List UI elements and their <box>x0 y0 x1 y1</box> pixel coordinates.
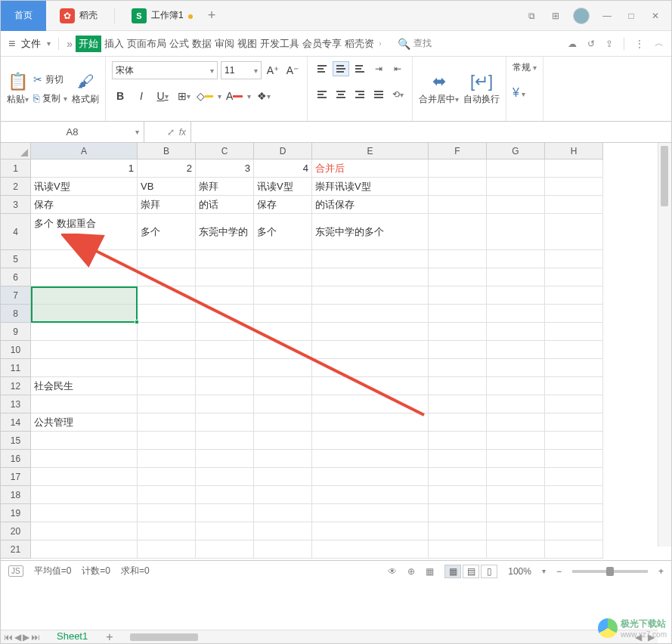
collapse-ribbon-icon[interactable]: ︿ <box>655 37 664 50</box>
cell[interactable] <box>429 341 487 359</box>
cell[interactable] <box>312 413 429 432</box>
copy-button[interactable]: ⎘复制▾ <box>33 92 67 105</box>
cell[interactable] <box>429 178 487 196</box>
cell[interactable] <box>196 540 254 559</box>
cell[interactable] <box>545 268 603 286</box>
row-header[interactable]: 14 <box>1 413 31 432</box>
cell[interactable] <box>429 286 487 305</box>
cell[interactable] <box>31 286 138 305</box>
cell[interactable] <box>429 395 487 413</box>
cell[interactable] <box>254 468 312 486</box>
cell[interactable] <box>312 395 429 413</box>
menu-tab-data[interactable]: 数据 <box>192 37 212 51</box>
font-size-select[interactable]: 11▾ <box>221 61 262 79</box>
earth-icon[interactable]: ⊕ <box>407 566 415 577</box>
cell[interactable] <box>254 504 312 522</box>
cell[interactable] <box>429 522 487 540</box>
cell[interactable] <box>312 323 429 341</box>
cell[interactable] <box>545 341 603 359</box>
cell[interactable] <box>196 359 254 377</box>
cell[interactable] <box>138 268 196 286</box>
cell[interactable] <box>254 522 312 540</box>
cell[interactable] <box>31 432 138 450</box>
vertical-scrollbar[interactable] <box>658 143 671 546</box>
cell[interactable] <box>487 268 545 286</box>
cell[interactable] <box>138 540 196 559</box>
row-header[interactable]: 13 <box>1 395 31 413</box>
zoom-thumb[interactable] <box>606 567 614 576</box>
cell[interactable] <box>31 468 138 486</box>
cell[interactable] <box>254 540 312 559</box>
row-header[interactable]: 4 <box>1 214 31 250</box>
cell[interactable] <box>487 377 545 395</box>
align-right-button[interactable] <box>351 87 368 102</box>
row-header[interactable]: 6 <box>1 268 31 286</box>
cell[interactable] <box>487 250 545 268</box>
cell[interactable] <box>196 305 254 323</box>
row-header[interactable]: 20 <box>1 522 31 540</box>
cell[interactable] <box>429 540 487 559</box>
col-header-a[interactable]: A <box>31 143 138 159</box>
menu-tab-devtools[interactable]: 开发工具 <box>260 37 299 51</box>
file-dropdown-icon[interactable]: ▾ <box>47 39 51 48</box>
cell[interactable] <box>138 359 196 377</box>
merge-cells-button[interactable]: ⬌ 合并居中▾ <box>419 72 459 106</box>
cell[interactable]: 东莞中学的多个 <box>312 214 429 250</box>
cell[interactable] <box>487 341 545 359</box>
row-header[interactable]: 11 <box>1 359 31 377</box>
cell[interactable] <box>196 413 254 432</box>
cell[interactable] <box>312 286 429 305</box>
cell[interactable] <box>312 504 429 522</box>
cell[interactable]: 公共管理 <box>31 413 138 432</box>
cell[interactable] <box>31 395 138 413</box>
cell[interactable] <box>196 468 254 486</box>
cell[interactable]: 合并后 <box>312 159 429 178</box>
cell[interactable]: 讯读V型 <box>31 178 138 196</box>
cell[interactable] <box>31 268 138 286</box>
cell[interactable] <box>254 486 312 504</box>
zoom-in-button[interactable]: + <box>658 566 664 577</box>
cell[interactable] <box>312 540 429 559</box>
cell[interactable]: 2 <box>138 159 196 178</box>
horizontal-scrollbar[interactable] <box>130 633 623 641</box>
font-family-select[interactable]: 宋体▾ <box>112 61 218 79</box>
cell[interactable] <box>254 395 312 413</box>
cell[interactable]: 多个 数据重合 <box>31 214 138 250</box>
col-header-c[interactable]: C <box>196 143 254 159</box>
cell[interactable] <box>254 432 312 450</box>
cell[interactable]: VB <box>138 178 196 196</box>
cell[interactable] <box>429 486 487 504</box>
sheet-nav-next[interactable]: ▶ <box>23 632 29 642</box>
row-header[interactable]: 12 <box>1 377 31 395</box>
cell[interactable] <box>545 413 603 432</box>
cell[interactable] <box>545 468 603 486</box>
cell[interactable] <box>31 504 138 522</box>
row-header[interactable]: 7 <box>1 286 31 305</box>
cell[interactable] <box>312 305 429 323</box>
cell[interactable] <box>31 522 138 540</box>
row-header[interactable]: 9 <box>1 323 31 341</box>
cell[interactable] <box>312 359 429 377</box>
align-justify-button[interactable] <box>370 87 387 102</box>
cell[interactable] <box>138 341 196 359</box>
cell[interactable]: 保存 <box>254 196 312 214</box>
cell[interactable] <box>31 540 138 559</box>
font-color-button[interactable]: A <box>226 88 243 104</box>
row-header[interactable]: 1 <box>1 159 31 178</box>
decrease-font-button[interactable]: A⁻ <box>284 63 301 78</box>
menu-tab-review[interactable]: 审阅 <box>215 37 234 51</box>
cell[interactable] <box>545 196 603 214</box>
window-close-button[interactable]: ✕ <box>649 11 662 21</box>
wrap-text-button[interactable]: [↵] 自动换行 <box>463 72 500 106</box>
cell[interactable] <box>487 178 545 196</box>
cell[interactable] <box>138 450 196 468</box>
col-header-b[interactable]: B <box>138 143 196 159</box>
cell[interactable] <box>196 504 254 522</box>
zoom-out-button[interactable]: − <box>556 566 562 577</box>
cell[interactable] <box>429 305 487 323</box>
cell[interactable] <box>545 450 603 468</box>
eye-icon[interactable]: 👁 <box>388 566 397 577</box>
cell[interactable] <box>545 250 603 268</box>
orientation-button[interactable]: ⟲▾ <box>389 87 406 102</box>
menu-tab-formula[interactable]: 公式 <box>169 37 189 51</box>
